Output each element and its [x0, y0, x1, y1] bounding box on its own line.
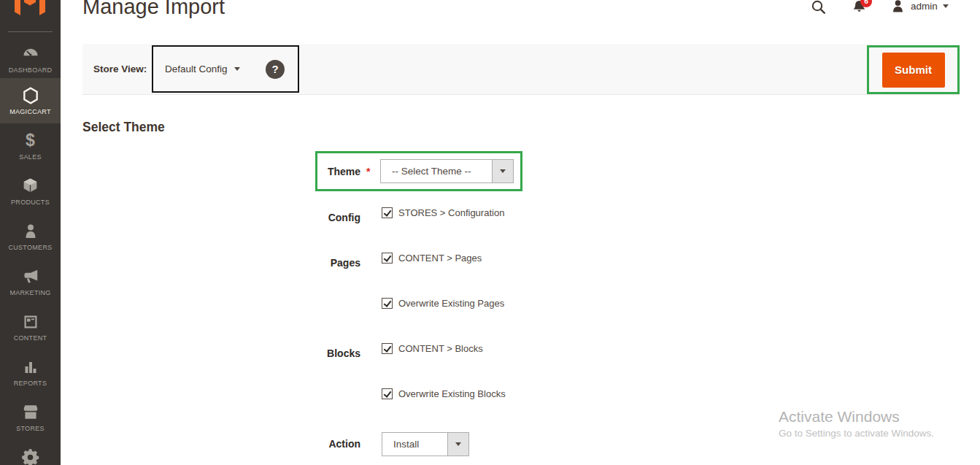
- action-select-value: Install: [382, 433, 447, 456]
- blocks-checkbox-label: CONTENT > Blocks: [398, 343, 483, 354]
- action-select[interactable]: Install: [382, 432, 469, 456]
- store-view-toolbar: Store View: Default Config ? Submit: [82, 44, 960, 95]
- magento-logo-icon: [13, 0, 47, 21]
- sidebar-item-content[interactable]: CONTENT: [0, 304, 61, 350]
- store-view-annotation-box: Default Config ?: [152, 45, 299, 93]
- store-view-value: Default Config: [165, 64, 228, 74]
- chevron-down-icon: [455, 442, 461, 446]
- theme-select-caret-button[interactable]: [492, 160, 513, 182]
- overwrite-blocks-checkbox[interactable]: [382, 388, 393, 399]
- person-icon: [22, 221, 39, 241]
- config-label: Config: [277, 212, 360, 223]
- sidebar-item-label: SALES: [19, 153, 42, 161]
- bar-chart-icon: [22, 357, 39, 377]
- store-view-label: Store View:: [93, 64, 147, 74]
- dashboard-icon: [21, 44, 40, 64]
- admin-avatar-icon: [890, 0, 906, 14]
- search-button[interactable]: [810, 0, 827, 19]
- search-icon: [810, 0, 827, 16]
- chevron-down-icon: [943, 4, 949, 8]
- notification-badge: 6: [860, 0, 872, 7]
- action-label: Action: [277, 438, 360, 450]
- overwrite-pages-checkbox-row: Overwrite Existing Pages: [382, 297, 504, 310]
- admin-label: admin: [911, 1, 938, 12]
- overwrite-blocks-checkbox-row: Overwrite Existing Blocks: [382, 388, 506, 400]
- pages-checkbox-label: CONTENT > Pages: [398, 253, 482, 264]
- chevron-down-icon: [234, 67, 240, 71]
- page-icon: [22, 312, 39, 331]
- app-root: DASHBOARD MAGICCART $ SALES PRODUCT: [0, 0, 980, 465]
- sidebar-item-reports[interactable]: REPORTS: [0, 350, 61, 395]
- box-icon: [21, 176, 39, 196]
- notifications-button[interactable]: 6: [851, 0, 868, 18]
- sidebar-item-products[interactable]: PRODUCTS: [0, 169, 61, 214]
- section-heading: Select Theme: [82, 120, 165, 135]
- sidebar-item-label: MARKETING: [9, 289, 50, 296]
- store-view-selector[interactable]: Default Config: [165, 64, 240, 74]
- gear-icon: [20, 447, 40, 465]
- sidebar-item-marketing[interactable]: MARKETING: [0, 259, 61, 304]
- sidebar-item-magiccart[interactable]: MAGICCART: [0, 78, 61, 123]
- blocks-label: Blocks: [277, 347, 360, 359]
- submit-annotation-box: Submit: [867, 45, 960, 94]
- pages-checkbox-row: CONTENT > Pages: [382, 252, 482, 264]
- action-select-caret-button[interactable]: [447, 433, 468, 456]
- blocks-checkbox-row: CONTENT > Blocks: [382, 342, 483, 355]
- sidebar-item-customers[interactable]: CUSTOMERS: [0, 214, 61, 259]
- blocks-checkbox[interactable]: [382, 343, 393, 354]
- megaphone-icon: [21, 266, 40, 286]
- sidebar-item-label: CONTENT: [14, 334, 47, 342]
- config-checkbox-label: STORES > Configuration: [398, 207, 504, 218]
- sidebar-item-dashboard[interactable]: DASHBOARD: [0, 36, 61, 78]
- pages-checkbox[interactable]: [382, 253, 393, 264]
- sidebar: DASHBOARD MAGICCART $ SALES PRODUCT: [0, 0, 61, 465]
- sidebar-divider: [8, 31, 53, 32]
- sidebar-item-sales[interactable]: $ SALES: [0, 123, 61, 169]
- sidebar-item-stores[interactable]: STORES: [0, 395, 61, 440]
- theme-select[interactable]: -- Select Theme --: [380, 159, 514, 183]
- sidebar-item-label: REPORTS: [14, 380, 47, 387]
- overwrite-pages-checkbox-label: Overwrite Existing Pages: [398, 298, 504, 309]
- submit-button[interactable]: Submit: [882, 53, 945, 88]
- chevron-down-icon: [500, 169, 506, 173]
- sidebar-item-label: CUSTOMERS: [8, 244, 52, 251]
- page-title: Manage Import: [82, 0, 225, 19]
- sidebar-item-label: MAGICCART: [9, 108, 51, 115]
- pages-label: Pages: [277, 257, 360, 269]
- activate-windows-subtext: Go to Settings to activate Windows.: [779, 428, 934, 439]
- required-asterisk: *: [366, 166, 370, 177]
- sidebar-item-label: STORES: [16, 425, 45, 432]
- admin-menu[interactable]: admin: [890, 0, 949, 14]
- config-checkbox-row: STORES > Configuration: [382, 207, 504, 219]
- sidebar-item-system[interactable]: [0, 440, 61, 465]
- sidebar-item-label: PRODUCTS: [11, 199, 50, 206]
- sidebar-item-label: DASHBOARD: [9, 66, 53, 74]
- dollar-icon: $: [26, 131, 35, 150]
- overwrite-pages-checkbox[interactable]: [382, 298, 393, 309]
- activate-windows-watermark: Activate Windows: [779, 408, 900, 426]
- overwrite-blocks-checkbox-label: Overwrite Existing Blocks: [398, 388, 506, 399]
- help-icon[interactable]: ?: [266, 60, 285, 79]
- theme-label: Theme: [277, 166, 360, 177]
- hexagon-icon: [21, 85, 40, 105]
- theme-select-value: -- Select Theme --: [381, 160, 492, 182]
- config-checkbox[interactable]: [382, 207, 393, 218]
- magento-logo[interactable]: [0, 0, 61, 22]
- storefront-icon: [21, 402, 40, 422]
